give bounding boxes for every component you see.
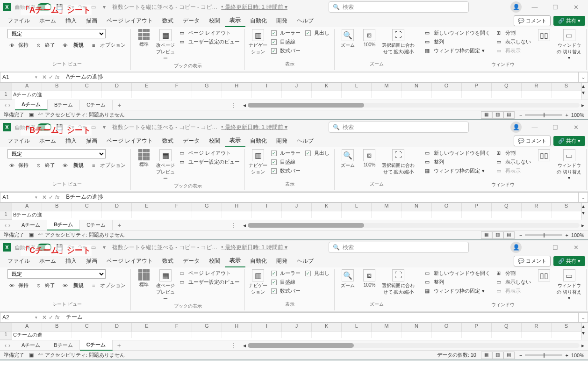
tab-review[interactable]: 校閲 — [204, 135, 225, 147]
col-header[interactable]: E — [132, 323, 162, 331]
cell[interactable] — [42, 91, 72, 98]
zoom-slider[interactable]: − + 100% — [519, 232, 584, 238]
minimize-btn[interactable]: — — [525, 4, 544, 11]
cell[interactable] — [42, 211, 72, 218]
share-btn[interactable]: 🔗 共有 ▾ — [553, 256, 585, 266]
col-header[interactable]: R — [522, 203, 552, 211]
tab-next[interactable]: › — [8, 342, 10, 349]
cell[interactable] — [402, 331, 431, 338]
gridlines-chk[interactable]: ✓ 目盛線 — [270, 278, 301, 286]
user-avatar[interactable]: 👤 — [510, 122, 522, 133]
tab-insert[interactable]: 挿入 — [61, 255, 81, 267]
option-btn[interactable]: ≡ オプション — [89, 161, 127, 169]
fbar-expand[interactable]: ⌄ — [579, 312, 588, 323]
sheet-tab[interactable]: Aチーム — [15, 100, 48, 110]
col-header[interactable]: J — [282, 203, 312, 211]
qat-more[interactable]: ▾ — [100, 124, 108, 130]
row-header[interactable]: 1 — [0, 91, 12, 100]
zoom-out[interactable]: − — [519, 232, 522, 238]
zoomfit-btn[interactable]: ⛶選択範囲に合わせて 拡大/縮小 — [381, 29, 415, 55]
tab-next[interactable]: › — [8, 222, 10, 229]
cell[interactable] — [522, 211, 552, 218]
tab-layout[interactable]: ページ レイアウト — [102, 135, 158, 147]
col-header[interactable]: Q — [492, 203, 522, 211]
ruler-chk[interactable]: ✓ ルーラー — [270, 29, 301, 37]
maximize-btn[interactable]: ☐ — [546, 124, 565, 131]
col-header[interactable]: P — [462, 323, 492, 331]
cell[interactable]: Bチームの進捗 — [12, 211, 42, 218]
headings-chk[interactable]: ✓ 見出し — [304, 149, 330, 157]
tab-insert[interactable]: 挿入 — [61, 135, 81, 147]
fbar-expand[interactable]: ⌄ — [579, 192, 588, 202]
tab-menu[interactable]: ⋮ — [228, 222, 239, 229]
col-header[interactable]: B — [42, 83, 72, 91]
col-header[interactable]: M — [372, 83, 402, 91]
tab-home[interactable]: ホーム — [35, 135, 61, 147]
tab-dev[interactable]: 開発 — [272, 135, 292, 147]
col-header[interactable]: N — [402, 83, 431, 91]
preview-btn[interactable]: ▦改ページ プレビュー — [156, 269, 175, 302]
cell[interactable] — [162, 91, 192, 98]
cell[interactable] — [462, 211, 492, 218]
zoom-btn[interactable]: 🔍ズーム — [338, 269, 357, 289]
vscroll[interactable]: ▴▾ — [581, 203, 588, 220]
col-header[interactable]: D — [102, 203, 132, 211]
col-header[interactable]: G — [192, 83, 222, 91]
col-header[interactable]: Q — [492, 323, 522, 331]
formula-input[interactable]: Bチームの進捗 — [62, 192, 579, 202]
zoom-out[interactable]: − — [519, 352, 522, 358]
col-header[interactable]: A — [12, 323, 42, 331]
zoom-in[interactable]: + — [565, 352, 568, 358]
arrange-btn[interactable]: ▭ 整列 — [423, 158, 491, 166]
fbar-expand[interactable]: ⌄ — [579, 72, 588, 82]
cell[interactable] — [162, 211, 192, 218]
cell[interactable] — [552, 91, 581, 98]
cell[interactable] — [492, 211, 522, 218]
cell[interactable] — [222, 211, 252, 218]
formulabar-chk[interactable]: ✓ 数式バー — [270, 47, 301, 55]
hscroll-left[interactable]: ◂ — [243, 342, 246, 349]
col-header[interactable]: K — [312, 323, 342, 331]
customview-btn[interactable]: ▭ ユーザー設定のビュー — [178, 158, 241, 166]
cell[interactable] — [402, 91, 431, 98]
pagelayout-btn[interactable]: ▭ ページ レイアウト — [178, 29, 241, 37]
sidebyside-btn[interactable]: ▯▯ — [535, 269, 553, 281]
formula-input[interactable]: チーム — [62, 312, 579, 323]
switchwin-btn[interactable]: ▭ウィンドウの 切り替え ▾ — [556, 29, 582, 60]
hide-btn[interactable]: ▭ 表示しない — [495, 38, 532, 46]
sheetview-select[interactable]: 既定 — [7, 269, 106, 279]
col-header[interactable]: P — [462, 83, 492, 91]
col-header[interactable]: O — [432, 83, 462, 91]
gridlines-chk[interactable]: ✓ 目盛線 — [270, 38, 301, 46]
normal-view-btn[interactable]: 標準 — [135, 269, 153, 288]
tab-auto[interactable]: 自動化 — [245, 135, 272, 147]
zoom100-btn[interactable]: ⧈100% — [360, 149, 379, 167]
enter-icon[interactable]: ✓ — [49, 74, 53, 80]
tab-view[interactable]: 表示 — [225, 14, 245, 27]
close-btn[interactable]: ✕ — [566, 4, 585, 11]
col-header[interactable]: B — [42, 203, 72, 211]
keep-btn[interactable]: 👁 保持 — [7, 281, 29, 289]
cell[interactable] — [72, 331, 102, 338]
share-btn[interactable]: 🔗 共有 ▾ — [553, 16, 585, 26]
hscroll-track[interactable] — [248, 223, 580, 228]
col-header[interactable]: M — [372, 323, 402, 331]
cell[interactable] — [402, 211, 431, 218]
tab-review[interactable]: 校閲 — [204, 15, 225, 27]
col-header[interactable]: S — [552, 323, 581, 331]
name-box[interactable]: A1 — [0, 72, 39, 82]
col-header[interactable]: G — [192, 323, 222, 331]
exit-btn[interactable]: ⦸ 終了 — [34, 161, 56, 169]
tab-formula[interactable]: 数式 — [158, 135, 178, 147]
sidebyside-btn[interactable]: ▯▯ — [535, 149, 553, 161]
customview-btn[interactable]: ▭ ユーザー設定のビュー — [178, 278, 241, 286]
last-saved[interactable]: • 最終更新日時: 1 時間前 ▾ — [221, 3, 287, 11]
col-header[interactable]: K — [312, 203, 342, 211]
zoom-pct[interactable]: 100% — [571, 352, 584, 358]
tab-formula[interactable]: 数式 — [158, 15, 178, 27]
sheet-tab[interactable]: Bチーム — [47, 220, 80, 230]
comment-btn[interactable]: 💬 コメント — [514, 15, 551, 26]
formula-input[interactable]: Aチームの進捗 — [62, 72, 579, 82]
row-header[interactable]: 1 — [0, 331, 12, 340]
cell[interactable] — [342, 331, 372, 338]
